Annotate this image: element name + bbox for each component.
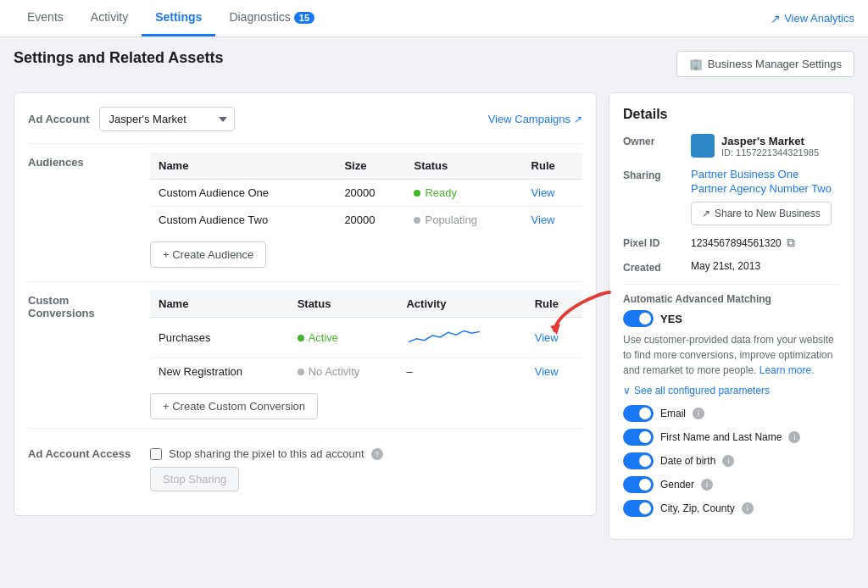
ad-account-row: Ad Account Jasper's Market View Campaign… <box>28 107 582 131</box>
param-row-gender: Gender i <box>623 476 840 493</box>
stop-sharing-checkbox-row: Stop sharing the pixel to this ad accoun… <box>150 447 582 460</box>
tab-activity[interactable]: Activity <box>77 0 142 36</box>
pixel-id-label: Pixel ID <box>623 236 682 249</box>
audience-view-link-1[interactable]: View <box>531 214 555 226</box>
status-dot-active <box>298 335 304 341</box>
conv-col-rule: Rule <box>526 291 582 318</box>
learn-more-link[interactable]: Learn more. <box>760 364 815 376</box>
share-icon: ↗ <box>702 208 710 219</box>
conv-view-link-1[interactable]: View <box>535 365 559 378</box>
created-label: Created <box>623 260 682 274</box>
created-row: Created May 21st, 2013 <box>623 260 840 274</box>
param-label-email: Email <box>660 408 686 419</box>
stop-sharing-label: Stop sharing the pixel to this ad accoun… <box>169 447 364 460</box>
audiences-section: Audiences Name Size Status Rule <box>28 153 582 268</box>
main-layout: Ad Account Jasper's Market View Campaign… <box>0 79 868 553</box>
param-label-city: City, Zip, County <box>660 502 735 514</box>
param-toggle-gender[interactable] <box>623 476 654 493</box>
param-row-name: First Name and Last Name i <box>623 429 840 446</box>
param-row-city: City, Zip, County i <box>623 500 840 517</box>
analytics-icon: ↗ <box>771 12 781 25</box>
stop-sharing-checkbox[interactable] <box>150 448 162 460</box>
tab-settings[interactable]: Settings <box>142 0 215 36</box>
toggle-slider <box>623 476 654 493</box>
owner-value: Jasper's Market ID: 1157221344321985 <box>691 134 840 158</box>
ad-account-select[interactable]: Jasper's Market <box>99 107 235 131</box>
create-conversion-button[interactable]: + Create Custom Conversion <box>150 393 318 419</box>
view-analytics-link[interactable]: ↗ View Analytics <box>771 12 854 25</box>
tab-diagnostics[interactable]: Diagnostics15 <box>215 0 328 36</box>
sharing-link-0[interactable]: Partner Business One <box>691 168 840 180</box>
conv-status: No Activity <box>289 358 398 386</box>
copy-icon[interactable]: ⧉ <box>787 236 795 250</box>
owner-block: Jasper's Market ID: 1157221344321985 <box>691 134 840 158</box>
owner-row: Owner Jasper's Market ID: 11572213443219… <box>623 134 840 158</box>
audience-status: Populating <box>405 207 522 234</box>
audience-name: Custom Audience One <box>150 180 336 207</box>
audience-view-link-0[interactable]: View <box>531 186 555 199</box>
conv-col-activity: Activity <box>398 291 526 318</box>
toggle-slider <box>623 452 654 469</box>
conv-col-name: Name <box>150 291 289 318</box>
param-toggle-city[interactable] <box>623 500 654 517</box>
diagnostics-badge: 15 <box>294 12 314 24</box>
chevron-down-icon: ∨ <box>623 385 631 397</box>
status-dot-green <box>414 190 420 197</box>
share-to-business-button[interactable]: ↗ Share to New Business <box>691 202 832 225</box>
param-toggle-dob[interactable] <box>623 452 654 469</box>
conv-status: Active <box>289 318 398 358</box>
audiences-table: Name Size Status Rule Custom Audience On… <box>150 153 582 233</box>
audiences-col-rule: Rule <box>523 153 582 180</box>
owner-id: ID: 1157221344321985 <box>721 147 819 158</box>
table-row: Purchases Active <box>150 318 582 358</box>
sharing-row: Sharing Partner Business One Partner Age… <box>623 168 840 225</box>
aam-section: Automatic Advanced Matching YES Use cust… <box>623 293 840 517</box>
owner-avatar <box>691 134 715 158</box>
toggle-slider <box>623 310 654 327</box>
bm-settings-button[interactable]: 🏢 Business Manager Settings <box>676 51 854 77</box>
info-icon-access: ? <box>371 448 383 460</box>
page-title: Settings and Related Assetts <box>14 49 223 67</box>
toggle-slider <box>623 500 654 517</box>
aam-description: Use customer-provided data from your web… <box>623 332 840 378</box>
info-icon-gender[interactable]: i <box>701 479 713 491</box>
aam-toggle[interactable] <box>623 310 654 327</box>
conversions-table: Name Status Activity Rule Purchases <box>150 291 582 385</box>
custom-conversions-section: Custom Conversions Name Status Activity … <box>28 291 582 419</box>
audiences-col-size: Size <box>336 153 405 180</box>
conv-view-link-0[interactable]: View <box>535 331 559 344</box>
conv-name: Purchases <box>150 318 289 358</box>
info-icon-email[interactable]: i <box>693 408 704 419</box>
info-icon-name[interactable]: i <box>788 431 800 443</box>
left-panel: Ad Account Jasper's Market View Campaign… <box>14 92 597 540</box>
status-dot-inactive <box>298 369 304 375</box>
conv-col-status: Status <box>289 291 398 318</box>
create-audience-button[interactable]: + Create Audience <box>150 241 266 268</box>
sharing-link-1[interactable]: Partner Agency Number Two <box>691 182 840 195</box>
page-header: Settings and Related Assetts 🏢 Business … <box>0 37 868 79</box>
param-toggle-name[interactable] <box>623 429 654 446</box>
pixel-id-row: Pixel ID 1234567894561320 ⧉ <box>623 236 840 250</box>
view-campaigns-link[interactable]: View Campaigns ↗ <box>488 113 582 125</box>
access-content: Stop sharing the pixel to this ad accoun… <box>150 447 582 491</box>
conv-activity-chart <box>398 318 526 358</box>
conv-activity-dash: – <box>398 358 526 386</box>
pixel-id-value: 1234567894561320 ⧉ <box>691 236 840 250</box>
info-icon-city[interactable]: i <box>742 502 754 514</box>
stop-sharing-button[interactable]: Stop Sharing <box>150 467 239 491</box>
param-toggle-email[interactable] <box>623 405 654 422</box>
access-label: Ad Account Access <box>28 447 138 460</box>
sharing-value: Partner Business One Partner Agency Numb… <box>691 168 840 225</box>
top-nav: Events Activity Settings Diagnostics15 ↗… <box>0 0 868 37</box>
toggle-slider <box>623 429 654 446</box>
ad-account-label: Ad Account <box>28 113 89 125</box>
tab-events[interactable]: Events <box>14 0 77 36</box>
info-icon-dob[interactable]: i <box>722 455 734 467</box>
briefcase-icon: 🏢 <box>689 58 703 70</box>
status-dot-gray <box>414 217 420 224</box>
see-params-link[interactable]: ∨ See all configured parameters <box>623 385 840 397</box>
audience-size: 20000 <box>336 207 405 234</box>
sharing-label: Sharing <box>623 168 682 181</box>
param-row-dob: Date of birth i <box>623 452 840 469</box>
aam-yes-label: YES <box>660 313 682 325</box>
